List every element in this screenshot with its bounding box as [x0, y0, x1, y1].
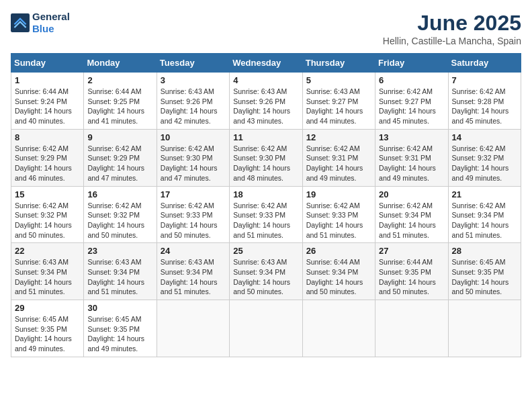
day-number: 30: [87, 303, 152, 313]
weekday-header-saturday: Saturday: [448, 54, 521, 73]
day-info: Sunrise: 6:43 AMSunset: 9:26 PMDaylight:…: [161, 87, 218, 125]
weekday-header-thursday: Thursday: [302, 54, 375, 73]
day-info: Sunrise: 6:42 AMSunset: 9:27 PMDaylight:…: [379, 87, 436, 125]
day-number: 5: [306, 75, 371, 85]
table-row: 10Sunrise: 6:42 AMSunset: 9:30 PMDayligh…: [157, 129, 229, 186]
day-info: Sunrise: 6:42 AMSunset: 9:32 PMDaylight:…: [452, 144, 509, 182]
table-row: 17Sunrise: 6:42 AMSunset: 9:33 PMDayligh…: [157, 186, 229, 243]
day-info: Sunrise: 6:44 AMSunset: 9:34 PMDaylight:…: [306, 258, 363, 295]
day-number: 4: [233, 75, 298, 85]
day-number: 29: [15, 303, 80, 313]
day-info: Sunrise: 6:42 AMSunset: 9:29 PMDaylight:…: [87, 144, 144, 182]
calendar-table: SundayMondayTuesdayWednesdayThursdayFrid…: [11, 53, 521, 357]
calendar-title: June 2025: [383, 11, 521, 36]
logo: General Blue: [11, 11, 70, 35]
table-row: [230, 300, 302, 357]
day-info: Sunrise: 6:42 AMSunset: 9:30 PMDaylight:…: [233, 144, 290, 182]
day-number: 3: [161, 75, 226, 85]
table-row: 22Sunrise: 6:43 AMSunset: 9:34 PMDayligh…: [11, 243, 84, 300]
weekday-header-friday: Friday: [375, 54, 448, 73]
day-number: 24: [161, 246, 226, 256]
day-info: Sunrise: 6:42 AMSunset: 9:31 PMDaylight:…: [306, 144, 363, 182]
day-number: 17: [161, 189, 226, 199]
table-row: 6Sunrise: 6:42 AMSunset: 9:27 PMDaylight…: [375, 73, 448, 130]
day-info: Sunrise: 6:43 AMSunset: 9:27 PMDaylight:…: [306, 87, 363, 125]
day-info: Sunrise: 6:42 AMSunset: 9:33 PMDaylight:…: [161, 201, 218, 239]
table-row: 14Sunrise: 6:42 AMSunset: 9:32 PMDayligh…: [448, 129, 521, 186]
day-info: Sunrise: 6:43 AMSunset: 9:34 PMDaylight:…: [161, 258, 218, 295]
day-number: 28: [452, 246, 517, 256]
table-row: 9Sunrise: 6:42 AMSunset: 9:29 PMDaylight…: [84, 129, 157, 186]
page-header: General Blue June 2025 Hellin, Castille-…: [11, 11, 521, 46]
day-number: 13: [379, 132, 444, 142]
day-number: 15: [15, 189, 80, 199]
calendar-week-1: 1Sunrise: 6:44 AMSunset: 9:24 PMDaylight…: [11, 73, 521, 130]
calendar-week-3: 15Sunrise: 6:42 AMSunset: 9:32 PMDayligh…: [11, 186, 521, 243]
table-row: 15Sunrise: 6:42 AMSunset: 9:32 PMDayligh…: [11, 186, 84, 243]
day-info: Sunrise: 6:45 AMSunset: 9:35 PMDaylight:…: [452, 258, 509, 295]
day-info: Sunrise: 6:42 AMSunset: 9:31 PMDaylight:…: [379, 144, 436, 182]
table-row: 1Sunrise: 6:44 AMSunset: 9:24 PMDaylight…: [11, 73, 84, 130]
day-info: Sunrise: 6:44 AMSunset: 9:35 PMDaylight:…: [379, 258, 436, 295]
table-row: 3Sunrise: 6:43 AMSunset: 9:26 PMDaylight…: [157, 73, 229, 130]
table-row: 7Sunrise: 6:42 AMSunset: 9:28 PMDaylight…: [448, 73, 521, 130]
day-info: Sunrise: 6:42 AMSunset: 9:33 PMDaylight:…: [233, 201, 290, 239]
calendar-week-2: 8Sunrise: 6:42 AMSunset: 9:29 PMDaylight…: [11, 129, 521, 186]
table-row: 16Sunrise: 6:42 AMSunset: 9:32 PMDayligh…: [84, 186, 157, 243]
weekday-header-tuesday: Tuesday: [157, 54, 229, 73]
day-number: 8: [15, 132, 80, 142]
weekday-header-monday: Monday: [84, 54, 157, 73]
table-row: 28Sunrise: 6:45 AMSunset: 9:35 PMDayligh…: [448, 243, 521, 300]
table-row: 27Sunrise: 6:44 AMSunset: 9:35 PMDayligh…: [375, 243, 448, 300]
table-row: 4Sunrise: 6:43 AMSunset: 9:26 PMDaylight…: [230, 73, 302, 130]
day-info: Sunrise: 6:42 AMSunset: 9:28 PMDaylight:…: [452, 87, 509, 125]
table-row: 25Sunrise: 6:43 AMSunset: 9:34 PMDayligh…: [230, 243, 302, 300]
day-info: Sunrise: 6:43 AMSunset: 9:26 PMDaylight:…: [233, 87, 290, 125]
table-row: [448, 300, 521, 357]
day-info: Sunrise: 6:45 AMSunset: 9:35 PMDaylight:…: [87, 315, 144, 353]
day-info: Sunrise: 6:43 AMSunset: 9:34 PMDaylight:…: [87, 258, 144, 295]
day-number: 12: [306, 132, 371, 142]
day-info: Sunrise: 6:42 AMSunset: 9:32 PMDaylight:…: [15, 201, 72, 239]
day-number: 2: [87, 75, 152, 85]
table-row: 23Sunrise: 6:43 AMSunset: 9:34 PMDayligh…: [84, 243, 157, 300]
weekday-header-sunday: Sunday: [11, 54, 84, 73]
table-row: 29Sunrise: 6:45 AMSunset: 9:35 PMDayligh…: [11, 300, 84, 357]
table-row: 24Sunrise: 6:43 AMSunset: 9:34 PMDayligh…: [157, 243, 229, 300]
day-info: Sunrise: 6:42 AMSunset: 9:34 PMDaylight:…: [452, 201, 509, 239]
table-row: 18Sunrise: 6:42 AMSunset: 9:33 PMDayligh…: [230, 186, 302, 243]
calendar-week-5: 29Sunrise: 6:45 AMSunset: 9:35 PMDayligh…: [11, 300, 521, 357]
day-number: 21: [452, 189, 517, 199]
table-row: [157, 300, 229, 357]
day-info: Sunrise: 6:43 AMSunset: 9:34 PMDaylight:…: [15, 258, 72, 295]
day-info: Sunrise: 6:45 AMSunset: 9:35 PMDaylight:…: [15, 315, 72, 353]
day-number: 16: [87, 189, 152, 199]
day-number: 10: [161, 132, 226, 142]
day-number: 27: [379, 246, 444, 256]
day-info: Sunrise: 6:43 AMSunset: 9:34 PMDaylight:…: [233, 258, 290, 295]
title-area: June 2025 Hellin, Castille-La Mancha, Sp…: [383, 11, 521, 46]
day-number: 9: [87, 132, 152, 142]
day-number: 22: [15, 246, 80, 256]
logo-icon: [11, 13, 30, 32]
table-row: 26Sunrise: 6:44 AMSunset: 9:34 PMDayligh…: [302, 243, 375, 300]
day-number: 11: [233, 132, 298, 142]
weekday-header-wednesday: Wednesday: [230, 54, 302, 73]
day-info: Sunrise: 6:44 AMSunset: 9:25 PMDaylight:…: [87, 87, 144, 125]
logo-text: General Blue: [32, 11, 70, 35]
day-number: 23: [87, 246, 152, 256]
table-row: 21Sunrise: 6:42 AMSunset: 9:34 PMDayligh…: [448, 186, 521, 243]
day-number: 20: [379, 189, 444, 199]
day-number: 14: [452, 132, 517, 142]
day-number: 1: [15, 75, 80, 85]
table-row: [375, 300, 448, 357]
table-row: [302, 300, 375, 357]
day-info: Sunrise: 6:42 AMSunset: 9:33 PMDaylight:…: [306, 201, 363, 239]
table-row: 5Sunrise: 6:43 AMSunset: 9:27 PMDaylight…: [302, 73, 375, 130]
table-row: 30Sunrise: 6:45 AMSunset: 9:35 PMDayligh…: [84, 300, 157, 357]
calendar-week-4: 22Sunrise: 6:43 AMSunset: 9:34 PMDayligh…: [11, 243, 521, 300]
calendar-subtitle: Hellin, Castille-La Mancha, Spain: [383, 36, 521, 46]
weekday-header-row: SundayMondayTuesdayWednesdayThursdayFrid…: [11, 54, 521, 73]
table-row: 12Sunrise: 6:42 AMSunset: 9:31 PMDayligh…: [302, 129, 375, 186]
day-number: 19: [306, 189, 371, 199]
